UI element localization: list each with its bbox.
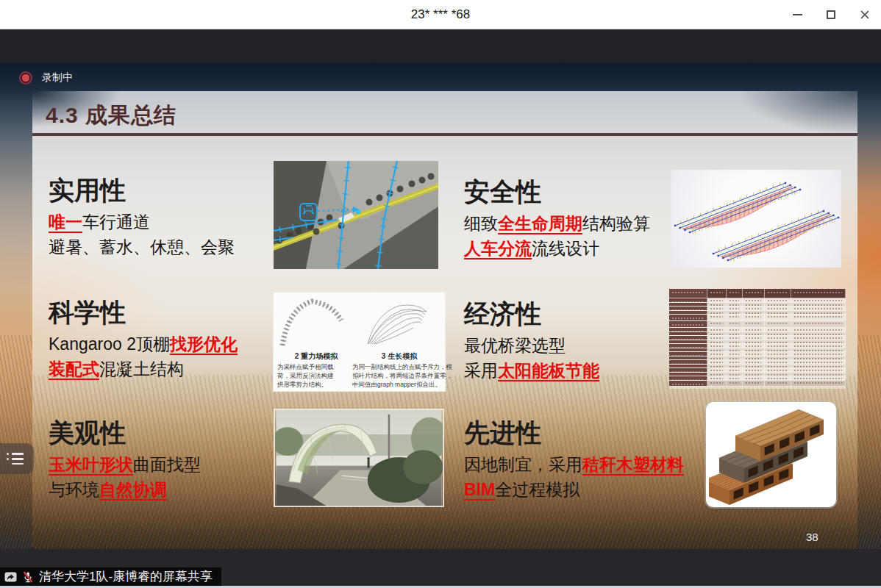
bottom-band: 清华大学1队-康博睿的屏幕共享	[0, 549, 881, 588]
text-span: 全生命周期	[498, 214, 582, 234]
text-span: 最优桥梁选型	[464, 336, 566, 355]
slide-text-line: 唯一车行通道	[49, 209, 235, 234]
slide-text-line: 玉米叶形状曲面找型	[49, 452, 201, 477]
meeting-toolbar	[0, 29, 881, 62]
pavilion-render-image	[274, 409, 444, 507]
text-span: 车行通道	[82, 212, 150, 232]
text-span: 结构验算	[582, 214, 650, 233]
window-controls	[791, 0, 871, 29]
text-span: 流线设计	[532, 239, 599, 258]
figure-caption-line: 为采样点赋予相同载	[277, 362, 334, 371]
text-span: 唯一	[49, 212, 82, 233]
figure-caption-line: 拱形零剪力结构。	[277, 380, 334, 389]
text-span: 全过程模拟	[495, 480, 579, 499]
section-safety: 安全性 细致全生命周期结构验算人车分流流线设计	[464, 175, 650, 261]
minimize-button[interactable]	[791, 9, 803, 21]
section-practicality: 实用性 唯一车行通道避暑、蓄水、休憩、会聚	[49, 173, 235, 259]
section-aesthetics: 美观性 玉米叶形状曲面找型与环境自然协调	[49, 416, 201, 502]
list-icon	[7, 453, 34, 455]
slide-text-line: BIM全过程模拟	[464, 477, 684, 502]
wood-boards-svg	[709, 406, 834, 505]
recording-indicator: 录制中	[19, 71, 73, 85]
title-divider	[32, 133, 857, 136]
text-span: 装配式	[49, 359, 99, 380]
text-span: 秸秆木塑材料	[582, 455, 684, 476]
figure-caption-line: 荷，采用反演法构建	[277, 371, 334, 380]
slide-text-line: 细致全生命周期结构验算	[464, 211, 650, 236]
recording-dot-icon	[19, 71, 32, 85]
text-span: 曲面找型	[133, 455, 201, 474]
slide-text-line: 避暑、蓄水、休憩、会聚	[49, 234, 235, 259]
screen-share-badge[interactable]: 清华大学1队-康博睿的屏幕共享	[0, 567, 221, 586]
close-icon	[860, 10, 870, 20]
maximize-button[interactable]	[825, 9, 837, 21]
simulation-diagram: 2 重力场模拟 3 生长模拟 为采样点赋予相同载荷，采用反演法构建拱形零剪力结构…	[273, 292, 446, 392]
figure-caption-line: 中间值由graph mapper拟合出。	[352, 380, 452, 389]
wood-plastic-material-image	[706, 402, 836, 507]
section-economy: 经济性 最优桥梁选型采用太阳能板节能	[464, 297, 599, 383]
close-button[interactable]	[859, 9, 871, 21]
recording-label: 录制中	[42, 71, 73, 85]
section-heading: 经济性	[464, 297, 599, 331]
text-span: 人车分流	[464, 239, 532, 259]
slide-text-line: Kangaroo 2顶棚找形优化	[49, 331, 238, 356]
simulation-sketches	[274, 293, 445, 350]
table-row	[669, 315, 846, 321]
slide-text-line: 因地制宜，采用秸秆木塑材料	[464, 452, 684, 477]
structural-analysis-image	[671, 170, 841, 268]
sim-text-left: 为采样点赋予相同载荷，采用反演法构建拱形零剪力结构。	[277, 362, 334, 389]
pavilion-svg	[275, 410, 443, 506]
aerial-map-image	[274, 161, 438, 269]
text-span: 太阳能板节能	[498, 361, 599, 381]
cost-table-image	[669, 289, 846, 389]
section-heading: 先进性	[464, 416, 684, 450]
text-span: 采用	[464, 361, 498, 380]
text-span: 与环境	[49, 480, 99, 499]
text-span: 避暑、蓄水、休憩、会聚	[49, 237, 235, 257]
text-span: BIM	[464, 480, 495, 501]
section-heading: 美观性	[49, 416, 201, 450]
slide-text-line: 最优桥梁选型	[464, 333, 599, 358]
table-total-row	[669, 381, 846, 387]
sim-caption-right: 3 生长模拟	[359, 351, 440, 362]
figure-caption-line: 为同一副结构线上的点赋予斥力，模	[352, 362, 452, 371]
text-span: 混凝土结构	[99, 359, 184, 379]
sim-text-right: 为同一副结构线上的点赋予斥力，模拟叶片结构，将两端边界条件置零，中间值由grap…	[352, 362, 452, 389]
window-titlebar: 23* *** *68	[0, 0, 881, 29]
screen-share-icon	[4, 571, 17, 583]
slide-text-line: 人车分流流线设计	[464, 236, 650, 261]
text-span: Kangaroo 2顶棚	[49, 334, 170, 354]
window-title: 23* *** *68	[0, 0, 881, 29]
agenda-side-tab[interactable]	[0, 443, 34, 474]
slide-text-line: 装配式混凝土结构	[49, 356, 238, 381]
figure-caption-line: 拟叶片结构，将两端边界条件置零，	[352, 371, 452, 380]
slide-title: 4.3 成果总结	[46, 101, 176, 131]
slide-text-line: 与环境自然协调	[49, 477, 201, 502]
muted-mic-icon	[21, 570, 35, 584]
text-span: 因地制宜，采用	[464, 455, 582, 474]
list-icon	[7, 458, 34, 460]
text-span: 自然协调	[99, 480, 167, 501]
text-span: 玉米叶形状	[49, 455, 133, 476]
section-heading: 科学性	[49, 295, 238, 329]
text-span: 找形优化	[170, 334, 238, 355]
page-number: 38	[806, 531, 818, 543]
slide-text-line: 采用太阳能板节能	[464, 358, 599, 383]
text-span: 细致	[464, 214, 498, 233]
aerial-map-svg	[274, 161, 438, 269]
sim-caption-left: 2 重力场模拟	[281, 351, 352, 362]
section-science: 科学性 Kangaroo 2顶棚找形优化装配式混凝土结构	[49, 295, 238, 381]
structure-svg	[671, 170, 841, 268]
list-icon	[12, 463, 34, 465]
maximize-icon	[827, 10, 835, 19]
presentation-slide: 4.3 成果总结 实用性 唯一车行通道避暑、蓄水、休憩、会聚 科学性 Kanga…	[32, 91, 857, 549]
table-row	[669, 321, 846, 328]
shared-screen-area: 录制中 4.3 成果总结 实用性 唯一车行通道避暑、蓄水、休憩、会聚 科学性 K…	[0, 62, 881, 549]
section-heading: 安全性	[464, 175, 650, 209]
table-header-row	[669, 289, 846, 298]
share-banner-label: 清华大学1队-康博睿的屏幕共享	[39, 567, 213, 586]
section-heading: 实用性	[49, 173, 235, 207]
section-advancement: 先进性 因地制宜，采用秸秆木塑材料BIM全过程模拟	[464, 416, 684, 502]
minimize-icon	[793, 14, 802, 15]
